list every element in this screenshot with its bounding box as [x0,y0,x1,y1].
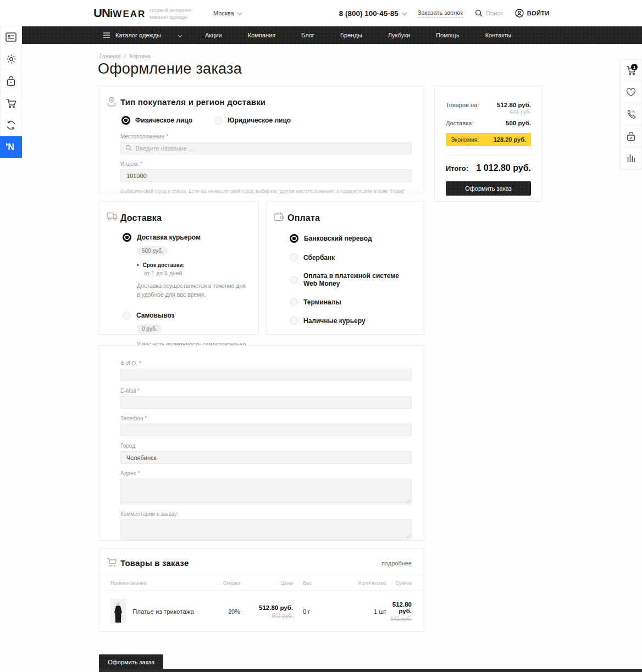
phone-label: Телефон * [120,415,412,421]
payment-option-bank-transfer[interactable]: Банковский перевод [290,234,414,243]
payment-option-terminals[interactable]: Терминалы [290,298,414,306]
radio-individual[interactable]: Физическое лицо [121,116,192,125]
table-row: Платье из трикотажа 20% 512.80 руб. 641 … [99,591,424,632]
product-thumbnail[interactable] [110,599,126,624]
map-pin-icon [107,96,117,107]
contact-form-card: Ф.И.О. * E-Mail * Телефон * Город Адрес … [99,345,424,541]
id-card-icon [5,32,16,42]
right-toolbar: 1 [620,59,642,169]
chevron-down-icon [402,10,407,15]
search-button[interactable]: Поиск [475,9,502,17]
phone-input[interactable] [120,424,412,436]
location-input[interactable] [120,142,412,154]
settings-button[interactable] [0,48,22,70]
header-phone[interactable]: 8 (800) 100-45-85 [339,9,406,18]
radio-selected-icon [123,233,131,242]
product-old-price: 641 руб. [240,613,293,619]
login-button[interactable]: войти [515,9,550,18]
delivery-term-label: Срок доставки: [137,262,248,268]
radio-unselected-icon [290,316,298,325]
cart-icon [6,98,16,108]
payment-card: Оплата Банковский перевод Сбербанк Оплат… [266,201,424,335]
compare-button[interactable] [620,147,642,169]
payment-option-webmoney[interactable]: Оплата в платежной системе Web Money [290,272,414,287]
search-icon [125,145,132,151]
product-name[interactable]: Платье из трикотажа [132,608,194,615]
brand-widget-button[interactable]: N [0,136,22,158]
payment-option-cash-courier[interactable]: Наличные курьеру [290,316,414,325]
delivery-pickup-radio[interactable]: Самовывоз [123,312,248,320]
summary-products-label: Товаров на: [446,102,479,108]
cart-count-badge: 1 [631,64,638,70]
privacy-button[interactable] [620,125,642,147]
summary-delivery-label: Доставка: [446,120,473,126]
nav-item-pomosch[interactable]: Помощь [436,32,460,38]
nav-item-kompaniya[interactable]: Компания [248,32,275,38]
nav-item-brendy[interactable]: Бренды [340,32,362,38]
callback-button[interactable] [620,103,642,125]
comment-textarea[interactable] [120,519,412,540]
product-quantity: 1 шт [327,608,386,615]
radio-legal-entity[interactable]: Юридическое лицо [214,116,291,125]
logo-text: UN [93,6,110,20]
breadcrumb-separator: / [124,53,126,59]
radio-unselected-icon [290,253,298,262]
breadcrumb-home[interactable]: Главная [99,53,120,59]
bottom-submit-button[interactable]: Оформить заказ [99,654,163,669]
breadcrumb-current: Корзина [130,53,151,59]
delivery-card: Доставка Доставка курьером 500 руб. Срок… [99,201,259,335]
user-icon [515,9,524,18]
wishlist-button[interactable] [620,81,642,103]
total-label: Итого: [446,164,468,173]
payment-section-title: Оплата [287,213,414,223]
products-section-title: Товары в заказе [120,558,189,568]
site-logo[interactable]: UN i Wear [93,6,146,20]
callback-link[interactable]: Заказать звонок [418,9,463,18]
radio-unselected-icon [123,312,131,320]
address-label: Адрес * [120,470,412,476]
city-selector[interactable]: Москва [213,10,241,16]
nav-catalog-button[interactable]: Каталог одежды [103,32,205,38]
details-link[interactable]: подробнее [381,560,412,567]
courier-note: Доставка осуществляется в течение дня в … [137,281,248,299]
breadcrumb: Главная / Корзина [99,53,151,59]
radio-unselected-icon [214,116,223,125]
n-logo-icon: N [8,142,14,152]
site-tagline: Готовый интернет- магазин одежды [150,7,192,20]
delivery-section-title: Доставка [120,213,248,223]
buyer-region-card: Тип покупателя и регион доставки Физичес… [99,86,424,193]
security-button[interactable] [0,70,22,92]
cart-button[interactable]: 1 [620,59,642,81]
heart-icon [626,88,636,97]
delivery-courier-radio[interactable]: Доставка курьером [123,233,248,242]
address-textarea[interactable] [120,479,412,504]
savings-badge: Экономия: 128.20 руб. [446,133,531,146]
radio-unselected-icon [290,276,298,284]
truck-icon [107,212,118,221]
email-input[interactable] [120,396,412,409]
comment-label: Комментарии к заказу: [120,511,412,517]
postcode-input[interactable] [120,169,412,182]
nav-item-kontakty[interactable]: Контакты [485,32,512,38]
summary-divider [446,155,531,155]
pickup-price-badge: 0 руб. [137,324,162,334]
lock-check-icon [627,131,635,141]
nav-item-lukbuki[interactable]: Лукбуки [388,32,410,38]
product-sum: 512.80 руб. [386,601,412,614]
city-input[interactable] [120,451,412,464]
summary-delivery-value: 500 руб. [506,120,531,126]
location-label: Местоположение * [120,134,412,140]
nav-item-akcii[interactable]: Акции [205,32,222,38]
page-title: Оформление заказа [98,60,242,77]
summary-products-old-price: 641 руб. [446,109,531,115]
fio-input[interactable] [120,369,412,381]
table-header: Наименование Скидка Цена Вес Количество … [99,575,424,591]
city-label: Город [120,443,412,449]
cart-panel-button[interactable] [0,92,22,114]
panel-widget-button[interactable] [0,26,22,48]
payment-option-sberbank[interactable]: Сбербанк [290,253,414,262]
checkout-submit-button[interactable]: Оформить заказ [446,181,531,196]
chevron-down-icon [237,10,242,15]
nav-item-blog[interactable]: Блог [301,32,314,38]
refresh-button[interactable] [0,114,22,136]
